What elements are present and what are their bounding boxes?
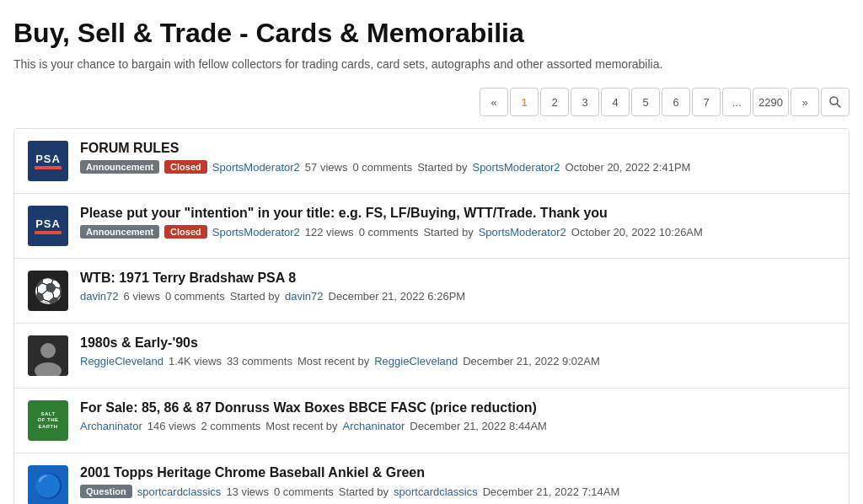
post-meta: ReggieCleveland 1.4K views 33 comments M… (80, 355, 835, 367)
post-meta: Archaninator 146 views 2 comments Most r… (80, 420, 835, 432)
post-content: FORUM RULES Announcement Closed SportsMo… (80, 141, 835, 174)
pagination-page-5[interactable]: 5 (631, 88, 660, 116)
pagination-prev[interactable]: « (480, 88, 508, 116)
pagination-page-2[interactable]: 2 (540, 88, 569, 116)
post-started-label: Started by (417, 161, 467, 174)
post-date: December 21, 2022 8:44AM (410, 420, 547, 432)
globe-icon: 🔵 (34, 472, 63, 500)
post-started-label: Started by (230, 290, 280, 303)
list-item: 🔵 2001 Topps Heritage Chrome Baseball An… (14, 453, 849, 504)
post-author[interactable]: davin72 (80, 290, 119, 303)
post-title[interactable]: FORUM RULES (80, 141, 835, 156)
avatar: PSA (28, 141, 68, 181)
post-date: October 20, 2022 2:41PM (566, 161, 691, 174)
avatar: 🔵 (28, 465, 68, 504)
badge-announcement: Announcement (80, 225, 159, 239)
post-meta: Announcement Closed SportsModerator2 57 … (80, 160, 835, 174)
post-author[interactable]: SportsModerator2 (212, 161, 300, 174)
post-author[interactable]: SportsModerator2 (212, 226, 300, 239)
pagination-last[interactable]: 2290 (753, 88, 789, 116)
post-started-by[interactable]: sportcardclassics (394, 485, 478, 498)
post-content: 2001 Topps Heritage Chrome Baseball Anki… (80, 465, 835, 498)
post-comments: 0 comments (359, 226, 419, 239)
badge-closed: Closed (164, 160, 207, 174)
svg-line-1 (838, 105, 841, 108)
page-title: Buy, Sell & Trade - Cards & Memorabilia (13, 17, 850, 49)
list-item: SALTOF THEEARTH For Sale: 85, 86 & 87 Do… (14, 389, 849, 453)
user-avatar-img (28, 335, 68, 376)
post-started-label: Started by (339, 485, 389, 498)
pagination-page-3[interactable]: 3 (571, 88, 599, 116)
post-started-by[interactable]: SportsModerator2 (479, 226, 566, 239)
post-views: 57 views (305, 161, 348, 174)
post-started-label: Most recent by (265, 420, 337, 432)
list-item: ⚽ WTB: 1971 Terry Bradshaw PSA 8 davin72… (14, 259, 849, 324)
badge-closed: Closed (164, 225, 207, 239)
soccer-icon: ⚽ (34, 277, 63, 305)
post-title[interactable]: 2001 Topps Heritage Chrome Baseball Anki… (80, 465, 835, 480)
pagination-next[interactable]: » (791, 88, 819, 116)
post-started-label: Started by (423, 226, 473, 239)
avatar: ⚽ (28, 271, 68, 311)
post-date: December 21, 2022 7:14AM (483, 485, 620, 498)
list-item: PSA FORUM RULES Announcement Closed Spor… (14, 129, 849, 194)
post-title[interactable]: 1980s & Early-'90s (80, 335, 835, 351)
post-content: For Sale: 85, 86 & 87 Donruss Wax Boxes … (80, 400, 835, 432)
svg-point-3 (40, 343, 56, 358)
post-title[interactable]: WTB: 1971 Terry Bradshaw PSA 8 (80, 271, 835, 286)
post-comments: 33 comments (227, 355, 292, 367)
post-content: Please put your "intention" in your titl… (80, 206, 835, 239)
list-item: 1980s & Early-'90s ReggieCleveland 1.4K … (14, 324, 849, 389)
post-started-by[interactable]: SportsModerator2 (472, 161, 560, 174)
forum-list: PSA FORUM RULES Announcement Closed Spor… (13, 128, 850, 504)
pagination-page-4[interactable]: 4 (601, 88, 630, 116)
post-date: October 20, 2022 10:26AM (571, 226, 703, 239)
post-author[interactable]: sportcardclassics (137, 485, 222, 498)
post-views: 1.4K views (169, 355, 222, 367)
post-date: December 21, 2022 6:26PM (329, 290, 466, 303)
post-views: 13 views (226, 485, 269, 498)
post-comments: 0 comments (274, 485, 334, 498)
post-content: 1980s & Early-'90s ReggieCleveland 1.4K … (80, 335, 835, 367)
pagination-page-6[interactable]: 6 (662, 88, 690, 116)
avatar (28, 335, 68, 376)
pagination-page-1[interactable]: 1 (510, 88, 539, 116)
post-title[interactable]: For Sale: 85, 86 & 87 Donruss Wax Boxes … (80, 400, 835, 416)
list-item: PSA Please put your "intention" in your … (14, 194, 849, 259)
post-comments: 2 comments (201, 420, 261, 432)
post-meta: Announcement Closed SportsModerator2 122… (80, 225, 835, 239)
post-most-recent-by[interactable]: Archaninator (343, 420, 405, 432)
page-wrapper: Buy, Sell & Trade - Cards & Memorabilia … (0, 0, 863, 504)
badge-announcement: Announcement (80, 160, 159, 174)
avatar: SALTOF THEEARTH (28, 400, 68, 441)
avatar: PSA (28, 206, 68, 246)
post-started-by[interactable]: davin72 (285, 290, 324, 303)
post-title[interactable]: Please put your "intention" in your titl… (80, 206, 835, 221)
post-meta: davin72 6 views 0 comments Started by da… (80, 290, 835, 303)
svg-point-0 (830, 97, 838, 105)
post-date: December 21, 2022 9:02AM (463, 355, 600, 367)
post-comments: 0 comments (352, 161, 412, 174)
post-views: 6 views (124, 290, 160, 303)
post-views: 122 views (305, 226, 354, 239)
post-author[interactable]: ReggieCleveland (80, 355, 163, 367)
post-views: 146 views (147, 420, 196, 432)
post-most-recent-by[interactable]: ReggieCleveland (374, 355, 458, 367)
post-author[interactable]: Archaninator (80, 420, 142, 432)
post-started-label: Most recent by (297, 355, 369, 367)
page-description: This is your chance to bargain with fell… (13, 57, 850, 71)
pagination: « 1 2 3 4 5 6 7 ... 2290 » (13, 88, 850, 116)
search-icon (828, 95, 842, 109)
pagination-ellipsis: ... (722, 88, 751, 116)
pagination-page-7[interactable]: 7 (692, 88, 721, 116)
search-button[interactable] (821, 88, 850, 116)
post-content: WTB: 1971 Terry Bradshaw PSA 8 davin72 6… (80, 271, 835, 303)
post-comments: 0 comments (165, 290, 225, 303)
post-meta: Question sportcardclassics 13 views 0 co… (80, 485, 835, 498)
badge-question: Question (80, 485, 132, 498)
